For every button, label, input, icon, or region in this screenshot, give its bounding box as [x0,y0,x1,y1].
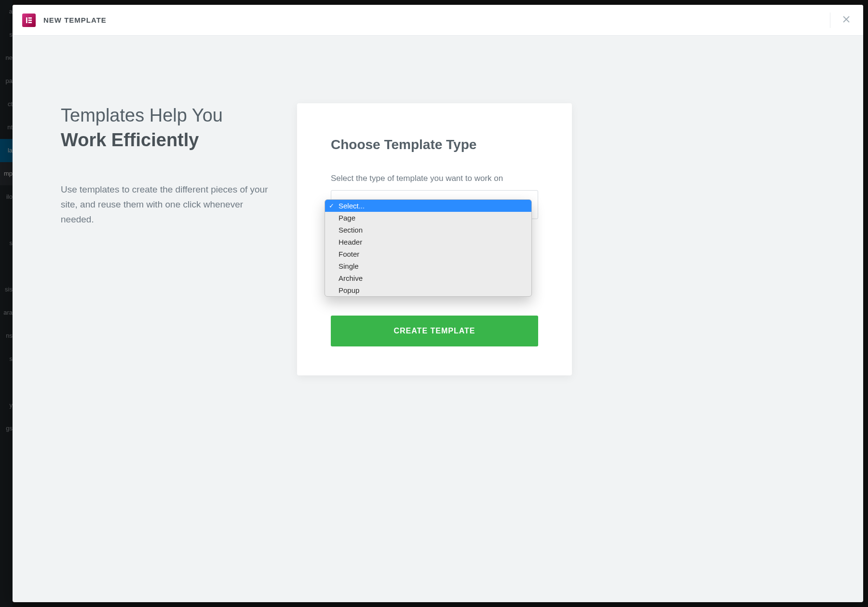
form-title: Choose Template Type [331,137,538,152]
template-type-dropdown: ✓Select...PageSectionHeaderFooterSingleA… [325,199,532,297]
svg-rect-1 [28,17,32,19]
template-type-option[interactable]: Popup [325,284,531,296]
close-icon [842,15,851,24]
template-type-option[interactable]: Header [325,236,531,248]
option-label: Footer [339,250,359,258]
new-template-modal: NEW TEMPLATE Templates Help You Work Eff… [13,5,863,602]
promo-heading-line2: Work Efficiently [61,128,268,152]
promo-column: Templates Help You Work Efficiently Use … [61,103,268,227]
option-label: Archive [339,274,363,282]
divider [830,13,830,28]
template-type-option[interactable]: Footer [325,248,531,260]
option-label: Single [339,262,359,270]
form-card: Choose Template Type Select the type of … [297,103,572,375]
option-label: Page [339,214,355,222]
template-type-option[interactable]: Archive [325,272,531,284]
template-type-option[interactable]: ✓Select... [325,200,531,212]
modal-title: NEW TEMPLATE [43,16,107,24]
template-type-option[interactable]: Page [325,212,531,224]
check-icon: ✓ [329,200,334,212]
svg-rect-0 [26,17,27,23]
template-type-option[interactable]: Section [325,224,531,236]
option-label: Popup [339,286,359,294]
promo-body: Use templates to create the different pi… [61,182,268,227]
option-label: Header [339,238,362,246]
promo-heading-line1: Templates Help You [61,105,223,125]
promo-heading: Templates Help You Work Efficiently [61,103,268,153]
modal-header: NEW TEMPLATE [13,5,863,36]
svg-rect-2 [28,19,32,21]
svg-rect-3 [28,22,32,23]
create-template-button[interactable]: CREATE TEMPLATE [331,316,538,346]
option-label: Section [339,226,363,234]
template-type-label: Select the type of template you want to … [331,174,538,183]
modal-body: Templates Help You Work Efficiently Use … [13,36,863,602]
close-button[interactable] [839,12,854,28]
elementor-icon [22,14,36,27]
option-label: Select... [339,202,365,210]
template-type-select[interactable]: ✓Select...PageSectionHeaderFooterSingleA… [331,190,538,219]
template-type-option[interactable]: Single [325,260,531,272]
